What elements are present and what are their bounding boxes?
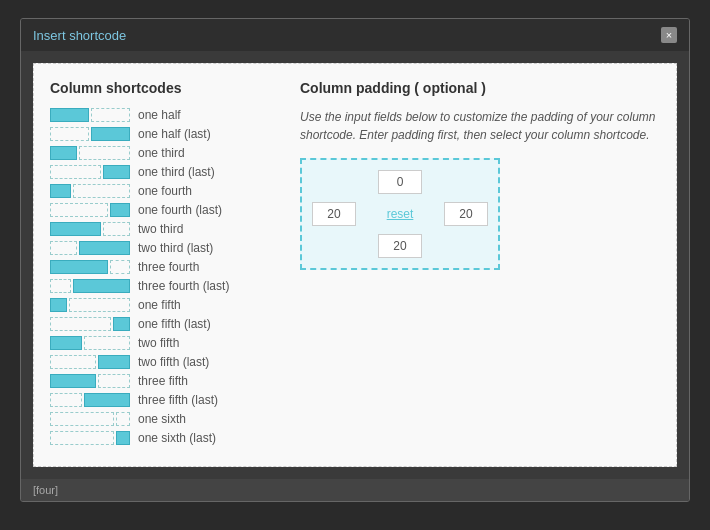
col-icon-one-fourth	[50, 184, 130, 198]
shortcode-label: one fifth (last)	[138, 317, 211, 331]
title-highlight: shortcode	[69, 28, 126, 43]
padding-left-input[interactable]	[312, 202, 356, 226]
shortcode-label: two fifth (last)	[138, 355, 209, 369]
col-icon-two-fifth	[50, 336, 130, 350]
shortcode-label: one sixth (last)	[138, 431, 216, 445]
list-item[interactable]: one sixth (last)	[50, 431, 280, 445]
shortcode-list: one half one half (last)	[50, 108, 280, 445]
shortcode-label: three fifth (last)	[138, 393, 218, 407]
col-icon-one-sixth	[50, 412, 130, 426]
col-icon-three-fifth-last	[50, 393, 130, 407]
list-item[interactable]: three fifth	[50, 374, 280, 388]
col-icon-three-fifth	[50, 374, 130, 388]
shortcode-label: three fourth (last)	[138, 279, 229, 293]
list-item[interactable]: two third	[50, 222, 280, 236]
col-icon-two-third-last	[50, 241, 130, 255]
shortcode-label: one fourth	[138, 184, 192, 198]
shortcode-label: one sixth	[138, 412, 186, 426]
shortcode-label: one half (last)	[138, 127, 211, 141]
list-item[interactable]: one fourth (last)	[50, 203, 280, 217]
col-icon-three-fourth	[50, 260, 130, 274]
col-icon-two-fifth-last	[50, 355, 130, 369]
list-item[interactable]: one half (last)	[50, 127, 280, 141]
list-item[interactable]: one fifth	[50, 298, 280, 312]
reset-button[interactable]: reset	[387, 207, 414, 221]
list-item[interactable]: three fifth (last)	[50, 393, 280, 407]
col-icon-two-third	[50, 222, 130, 236]
left-panel: Column shortcodes one half	[50, 80, 280, 450]
list-item[interactable]: two fifth	[50, 336, 280, 350]
left-panel-title: Column shortcodes	[50, 80, 280, 96]
list-item[interactable]: one half	[50, 108, 280, 122]
shortcode-label: two fifth	[138, 336, 179, 350]
col-icon-one-third	[50, 146, 130, 160]
padding-bottom-row	[312, 234, 488, 258]
col-icon-one-fifth	[50, 298, 130, 312]
padding-bottom-input[interactable]	[378, 234, 422, 258]
col-icon-one-third-last	[50, 165, 130, 179]
modal: Insert shortcode × Column shortcodes one…	[20, 18, 690, 502]
right-panel: Column padding ( optional ) Use the inpu…	[300, 80, 660, 450]
list-item[interactable]: one fifth (last)	[50, 317, 280, 331]
col-icon-one-half-last	[50, 127, 130, 141]
list-item[interactable]: one third (last)	[50, 165, 280, 179]
modal-body: Column shortcodes one half	[33, 63, 677, 467]
shortcode-label: one fourth (last)	[138, 203, 222, 217]
right-panel-title: Column padding ( optional )	[300, 80, 660, 96]
shortcode-label: one fifth	[138, 298, 181, 312]
shortcode-label: two third (last)	[138, 241, 213, 255]
list-item[interactable]: one sixth	[50, 412, 280, 426]
shortcode-label: one third (last)	[138, 165, 215, 179]
list-item[interactable]: one third	[50, 146, 280, 160]
col-icon-one-half	[50, 108, 130, 122]
modal-header: Insert shortcode ×	[21, 19, 689, 51]
list-item[interactable]: three fourth (last)	[50, 279, 280, 293]
col-icon-three-fourth-last	[50, 279, 130, 293]
footer-text: [four]	[21, 479, 689, 501]
list-item[interactable]: two fifth (last)	[50, 355, 280, 369]
list-item[interactable]: three fourth	[50, 260, 280, 274]
padding-description: Use the input fields below to customize …	[300, 108, 660, 144]
padding-middle-row: reset	[312, 202, 488, 226]
modal-title: Insert shortcode	[33, 28, 126, 43]
title-static: Insert	[33, 28, 69, 43]
shortcode-label: one third	[138, 146, 185, 160]
close-button[interactable]: ×	[661, 27, 677, 43]
padding-top-input[interactable]	[378, 170, 422, 194]
shortcode-label: three fourth	[138, 260, 199, 274]
col-icon-one-sixth-last	[50, 431, 130, 445]
modal-overlay: Insert shortcode × Column shortcodes one…	[0, 0, 710, 530]
shortcode-label: three fifth	[138, 374, 188, 388]
list-item[interactable]: one fourth	[50, 184, 280, 198]
col-icon-one-fifth-last	[50, 317, 130, 331]
shortcode-label: one half	[138, 108, 181, 122]
padding-box: reset	[300, 158, 500, 270]
list-item[interactable]: two third (last)	[50, 241, 280, 255]
padding-top-row	[312, 170, 488, 194]
padding-right-input[interactable]	[444, 202, 488, 226]
col-icon-one-fourth-last	[50, 203, 130, 217]
shortcode-label: two third	[138, 222, 183, 236]
